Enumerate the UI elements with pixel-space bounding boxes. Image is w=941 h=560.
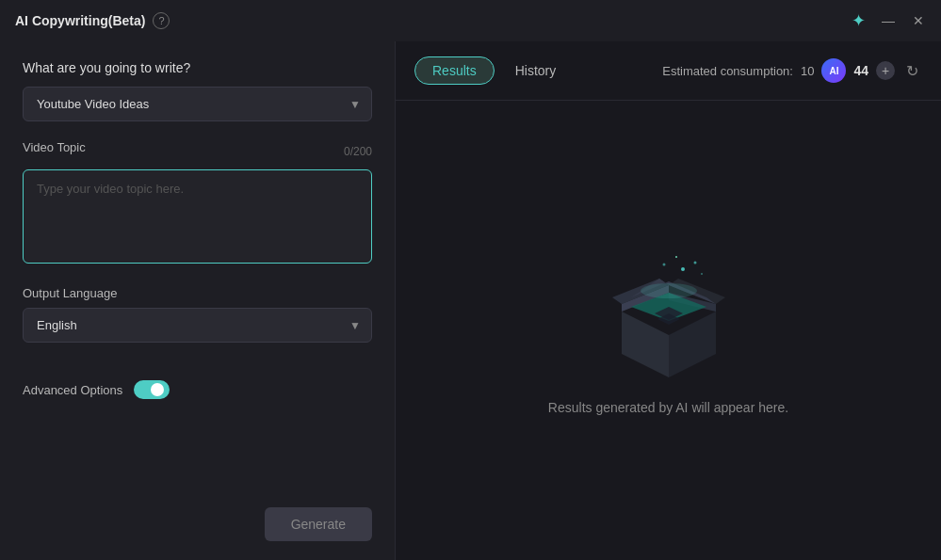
tab-results[interactable]: Results [414, 56, 495, 85]
svg-marker-0 [622, 312, 669, 377]
toggle-slider [134, 380, 170, 399]
credit-count: 44 [853, 63, 868, 78]
svg-point-10 [681, 267, 685, 271]
title-bar-right: ✦ — ✕ [852, 10, 926, 31]
refresh-button[interactable]: ↻ [902, 58, 922, 84]
svg-point-12 [675, 256, 677, 258]
svg-point-9 [641, 283, 697, 298]
title-bar: AI Copywriting(Beta) ? ✦ — ✕ [0, 0, 941, 41]
advanced-options-toggle[interactable] [134, 380, 170, 399]
estimated-consumption-value: 10 [801, 64, 814, 78]
svg-point-11 [693, 262, 696, 264]
generate-button[interactable]: Generate [265, 507, 372, 541]
right-content-empty-state: Results generated by AI will appear here… [396, 101, 941, 560]
consumption-info: Estimated consumption: 10 AI 44 + ↻ [662, 58, 922, 84]
what-to-write-label: What are you going to write? [23, 60, 372, 75]
language-select[interactable]: English Spanish French German Chinese [23, 308, 372, 343]
help-icon[interactable]: ? [153, 12, 170, 29]
minimize-button[interactable]: — [881, 13, 896, 28]
right-header: Results History Estimated consumption: 1… [396, 41, 941, 101]
video-topic-label: Video Topic [23, 140, 86, 154]
left-panel: What are you going to write? Youtube Vid… [0, 41, 396, 560]
tab-history[interactable]: History [498, 56, 574, 85]
language-select-wrapper: English Spanish French German Chinese ▼ [23, 308, 372, 343]
textarea-header: Video Topic 0/200 [23, 140, 372, 162]
empty-state-illustration [593, 246, 744, 377]
char-count: 0/200 [344, 145, 372, 158]
content-type-wrapper: Youtube Video Ideas Blog Post Product De… [23, 87, 372, 121]
svg-marker-1 [669, 312, 716, 377]
video-topic-input[interactable] [23, 169, 372, 264]
star-icon[interactable]: ✦ [852, 10, 866, 31]
right-panel: Results History Estimated consumption: 1… [396, 41, 941, 560]
svg-point-13 [662, 264, 665, 266]
title-bar-left: AI Copywriting(Beta) ? [15, 12, 170, 29]
svg-point-14 [701, 273, 703, 275]
advanced-options-label: Advanced Options [23, 383, 122, 397]
advanced-options-row: Advanced Options [23, 380, 372, 399]
close-button[interactable]: ✕ [911, 13, 926, 28]
tabs: Results History [414, 56, 573, 85]
output-language-label: Output Language [23, 286, 372, 300]
output-language-section: Output Language English Spanish French G… [23, 286, 372, 361]
empty-state-message: Results generated by AI will appear here… [548, 400, 788, 415]
content-type-select[interactable]: Youtube Video Ideas Blog Post Product De… [23, 87, 372, 121]
main-layout: What are you going to write? Youtube Vid… [0, 41, 941, 560]
ai-badge: AI [821, 58, 846, 83]
video-topic-section: Video Topic 0/200 [23, 140, 372, 267]
add-credits-button[interactable]: + [876, 61, 895, 80]
estimated-consumption-label: Estimated consumption: [662, 64, 793, 78]
app-title: AI Copywriting(Beta) [15, 13, 145, 28]
